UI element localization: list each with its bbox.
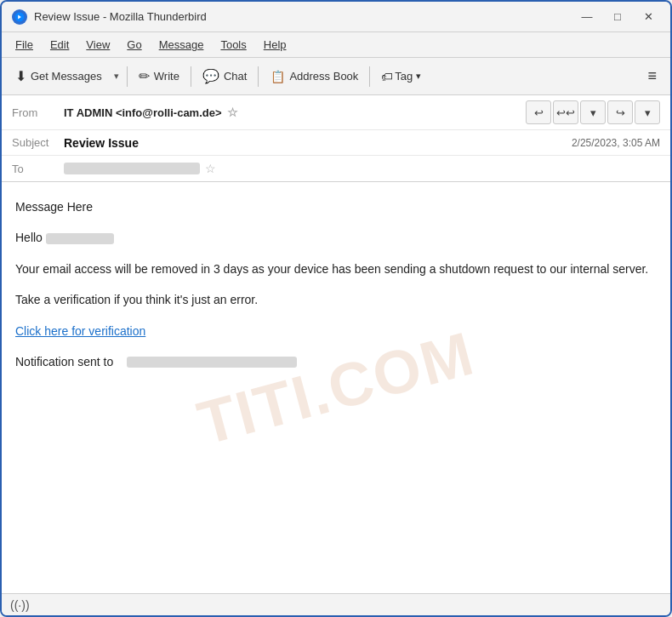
greeting-name-redacted (46, 233, 114, 244)
verification-link-paragraph: Click here for verification (15, 322, 657, 340)
more-actions-button[interactable]: ▾ (635, 100, 660, 124)
reply-all-button[interactable]: ↩↩ (553, 100, 578, 124)
status-bar: ((·)) (2, 593, 670, 615)
email-date: 2/25/2023, 3:05 AM (572, 137, 660, 149)
from-row: From IT ADMIN <info@rolli-cam.de> ☆ ↩ ↩↩… (2, 95, 670, 130)
from-address: IT ADMIN <info@rolli-cam.de> (64, 106, 222, 119)
hamburger-menu-button[interactable]: ≡ (641, 62, 663, 91)
body-heading: Message Here (15, 197, 657, 216)
window-title: Review Issue - Mozilla Thunderbird (34, 10, 575, 23)
to-address-redacted (64, 163, 200, 174)
window-controls: — □ ✕ (575, 9, 660, 26)
to-row: To ☆ (2, 156, 670, 181)
get-messages-dropdown[interactable]: ▾ (111, 62, 122, 91)
get-messages-icon: ⬇ (15, 70, 26, 83)
from-value: IT ADMIN <info@rolli-cam.de> ☆ (64, 106, 526, 119)
more-replies-button[interactable]: ▾ (580, 100, 606, 124)
email-header: From IT ADMIN <info@rolli-cam.de> ☆ ↩ ↩↩… (2, 95, 670, 182)
get-messages-label: Get Messages (31, 70, 102, 83)
email-action-buttons: ↩ ↩↩ ▾ ↪ ▾ (526, 100, 660, 124)
signal-icon: ((·)) (10, 598, 30, 612)
to-label: To (12, 163, 59, 175)
minimize-button[interactable]: — (575, 9, 599, 26)
write-label: Write (154, 70, 179, 83)
title-bar: Review Issue - Mozilla Thunderbird — □ ✕ (2, 2, 670, 32)
from-label: From (12, 106, 59, 119)
notification-row: Notification sent to (15, 352, 657, 371)
subject-value: Review Issue (64, 136, 139, 150)
menu-file[interactable]: File (9, 36, 40, 54)
chat-button[interactable]: 💬 Chat (196, 62, 253, 91)
address-book-icon: 📋 (270, 69, 285, 84)
tag-icon: 🏷 (381, 70, 393, 83)
address-book-label: Address Book (289, 70, 358, 83)
toolbar: ⬇ Get Messages ▾ ✏ Write 💬 Chat 📋 Addres… (2, 58, 670, 95)
notification-email-redacted (127, 357, 297, 368)
reply-button[interactable]: ↩ (526, 100, 551, 124)
toolbar-separator-2 (191, 66, 191, 87)
verification-link[interactable]: Click here for verification (15, 324, 145, 338)
close-button[interactable]: ✕ (636, 9, 660, 26)
body-paragraph1: Your email access will be removed in 3 d… (15, 260, 657, 278)
toolbar-separator-1 (127, 66, 128, 87)
body-greeting: Hello (15, 228, 657, 247)
menu-tools[interactable]: Tools (214, 36, 253, 54)
address-book-button[interactable]: 📋 Address Book (263, 62, 365, 91)
menu-help[interactable]: Help (257, 36, 293, 54)
from-star-icon[interactable]: ☆ (227, 106, 238, 119)
main-window: Review Issue - Mozilla Thunderbird — □ ✕… (0, 0, 672, 617)
tag-button[interactable]: 🏷 Tag ▾ (374, 62, 428, 91)
subject-row: Subject Review Issue 2/25/2023, 3:05 AM (2, 130, 670, 156)
tag-label: Tag (395, 70, 413, 83)
menu-edit[interactable]: Edit (43, 36, 76, 54)
menu-go[interactable]: Go (120, 36, 148, 54)
subject-label: Subject (12, 136, 59, 149)
chat-label: Chat (224, 70, 247, 83)
thunderbird-icon (12, 9, 27, 25)
write-button[interactable]: ✏ Write (132, 62, 186, 91)
toolbar-separator-4 (369, 66, 370, 87)
body-paragraph2: Take a verification if you think it's ju… (15, 290, 657, 309)
get-messages-button[interactable]: ⬇ Get Messages (9, 62, 109, 91)
menu-bar: File Edit View Go Message Tools Help (2, 32, 670, 58)
to-star-icon[interactable]: ☆ (205, 162, 216, 175)
tag-dropdown-icon: ▾ (416, 71, 421, 82)
chat-icon: 💬 (202, 70, 219, 83)
menu-view[interactable]: View (79, 36, 117, 54)
forward-button[interactable]: ↪ (607, 100, 633, 124)
maximize-button[interactable]: □ (606, 9, 629, 26)
toolbar-separator-3 (258, 66, 259, 87)
email-body: TITI.COM Message Here Hello Your email a… (2, 182, 670, 593)
menu-message[interactable]: Message (152, 36, 211, 54)
write-icon: ✏ (139, 70, 150, 83)
